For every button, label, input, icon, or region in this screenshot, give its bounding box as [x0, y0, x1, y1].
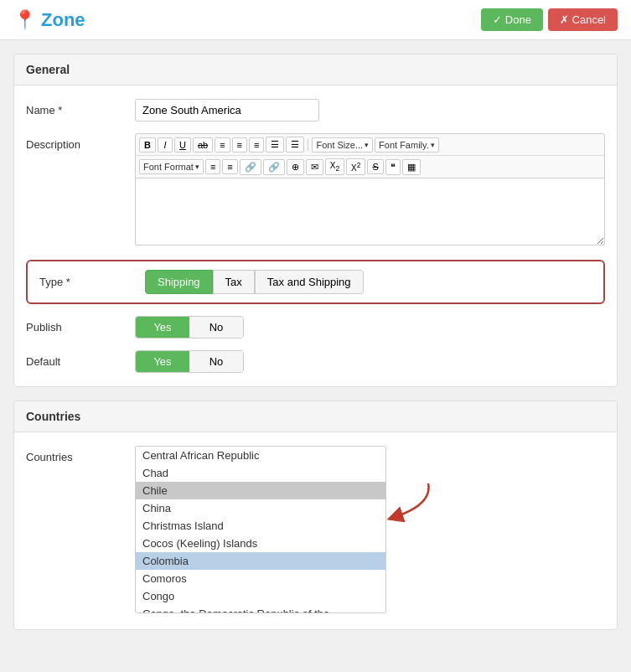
pin-icon: 📍 [13, 9, 36, 31]
publish-field: Yes No [135, 316, 605, 339]
blockquote-button[interactable]: ❝ [385, 159, 401, 175]
list-item[interactable]: Central African Republic [136, 447, 385, 464]
name-label: Name * [26, 99, 135, 116]
name-input[interactable] [135, 99, 319, 121]
type-tax-button[interactable]: Tax [213, 270, 255, 294]
type-tax-shipping-button[interactable]: Tax and Shipping [255, 270, 364, 294]
default-row: Default Yes No [26, 350, 605, 373]
toolbar-row-1: B I U ab ≡ ≡ ≡ ☰ ☰ Font Size... Font Fam… [136, 134, 604, 156]
align-justify-button[interactable]: ≡ [205, 159, 220, 174]
toolbar-row-2: Font Format ≡ ≡ 🔗 🔗 ⊕ ✉ X2 X2 S ❝ ▦ [136, 156, 604, 178]
main-content: General Name * Description B I U [0, 40, 631, 644]
list-item[interactable]: Congo, the Democratic Republic of the [136, 605, 385, 613]
countries-section: Countries Countries Central African Repu… [13, 401, 618, 630]
email-button[interactable]: ✉ [306, 159, 323, 175]
font-family-dropdown[interactable]: Font Family. [375, 137, 439, 152]
name-field [135, 99, 605, 121]
list-item[interactable]: Chile [136, 482, 385, 499]
strikethrough-button[interactable]: ab [193, 137, 213, 152]
default-no-button[interactable]: No [189, 351, 243, 372]
countries-field: Central African RepublicChadChileChinaCh… [135, 446, 605, 616]
description-row: Description B I U ab ≡ ≡ ≡ ☰ ☰ [26, 133, 605, 248]
toolbar-separator-1 [308, 139, 308, 151]
bold-button[interactable]: B [139, 137, 156, 152]
align-left-button[interactable]: ≡ [215, 137, 230, 152]
general-section-title: General [14, 54, 617, 85]
cancel-button[interactable]: ✗ Cancel [548, 8, 618, 31]
font-size-dropdown[interactable]: Font Size... [312, 137, 373, 152]
list-item[interactable]: Comoros [136, 570, 385, 587]
subscript-button[interactable]: X2 [325, 158, 344, 175]
page-header: 📍 Zone ✓ Done ✗ Cancel [0, 0, 631, 40]
title-text: Zone [41, 9, 85, 31]
countries-list[interactable]: Central African RepublicChadChileChinaCh… [135, 446, 386, 613]
publish-label: Publish [26, 316, 135, 333]
countries-wrapper: Central African RepublicChadChileChinaCh… [135, 446, 386, 613]
align-center-button[interactable]: ≡ [232, 137, 247, 152]
unordered-list-button[interactable]: ☰ [286, 137, 304, 152]
description-field: B I U ab ≡ ≡ ≡ ☰ ☰ Font Size... Font Fam… [135, 133, 605, 248]
publish-yes-button[interactable]: Yes [136, 317, 189, 338]
description-label: Description [26, 133, 135, 151]
outdent-button[interactable]: ≡ [222, 159, 237, 174]
list-item[interactable]: Colombia [136, 552, 385, 570]
table-button[interactable]: ▦ [402, 159, 421, 175]
countries-row: Countries Central African RepublicChadCh… [26, 446, 605, 616]
publish-toggle: Yes No [135, 316, 244, 339]
name-row: Name * [26, 99, 605, 121]
publish-no-button[interactable]: No [189, 317, 243, 338]
description-textarea[interactable] [135, 178, 605, 246]
italic-button[interactable]: I [158, 137, 173, 152]
default-field: Yes No [135, 350, 605, 373]
default-label: Default [26, 350, 135, 368]
unlink-button[interactable]: 🔗 [263, 159, 285, 175]
publish-row: Publish Yes No [26, 316, 605, 339]
page-title: 📍 Zone [13, 9, 85, 31]
type-shipping-button[interactable]: Shipping [145, 270, 213, 294]
list-item[interactable]: Cocos (Keeling) Islands [136, 535, 385, 552]
ordered-list-button[interactable]: ☰ [266, 137, 284, 152]
font-format-dropdown[interactable]: Font Format [139, 159, 204, 174]
type-buttons: Shipping Tax Tax and Shipping [145, 270, 364, 294]
list-item[interactable]: Congo [136, 587, 385, 605]
underline-button[interactable]: U [174, 137, 191, 152]
link-button[interactable]: 🔗 [240, 159, 261, 175]
countries-section-body: Countries Central African RepublicChadCh… [14, 432, 617, 629]
align-right-button[interactable]: ≡ [249, 137, 264, 152]
superscript-button[interactable]: X2 [346, 158, 365, 175]
list-item[interactable]: China [136, 499, 385, 517]
countries-section-title: Countries [14, 401, 617, 432]
general-section-body: Name * Description B I U ab ≡ [14, 85, 617, 386]
description-toolbar: B I U ab ≡ ≡ ≡ ☰ ☰ Font Size... Font Fam… [135, 133, 605, 178]
general-section: General Name * Description B I U [13, 54, 618, 387]
list-item[interactable]: Chad [136, 464, 385, 482]
default-toggle: Yes No [135, 350, 244, 373]
default-yes-button[interactable]: Yes [136, 351, 189, 372]
type-container: Type * Shipping Tax Tax and Shipping [26, 260, 605, 304]
list-item[interactable]: Christmas Island [136, 517, 385, 535]
done-button[interactable]: ✓ Done [481, 8, 543, 31]
image-button[interactable]: ⊕ [287, 159, 304, 175]
countries-label: Countries [26, 446, 135, 463]
header-actions: ✓ Done ✗ Cancel [481, 8, 618, 31]
type-label: Type * [39, 276, 145, 288]
strikethrough2-button[interactable]: S [367, 159, 383, 174]
arrow-annotation [378, 479, 437, 530]
